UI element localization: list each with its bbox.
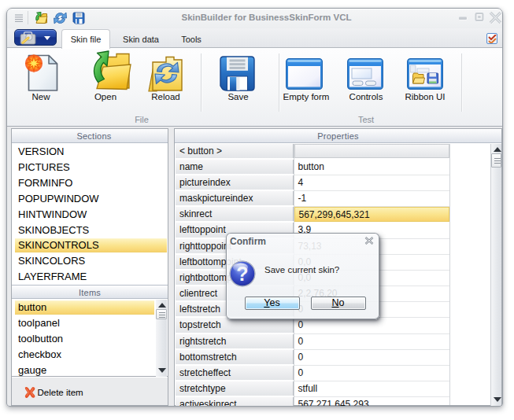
svg-text:?: ? [236, 262, 248, 284]
